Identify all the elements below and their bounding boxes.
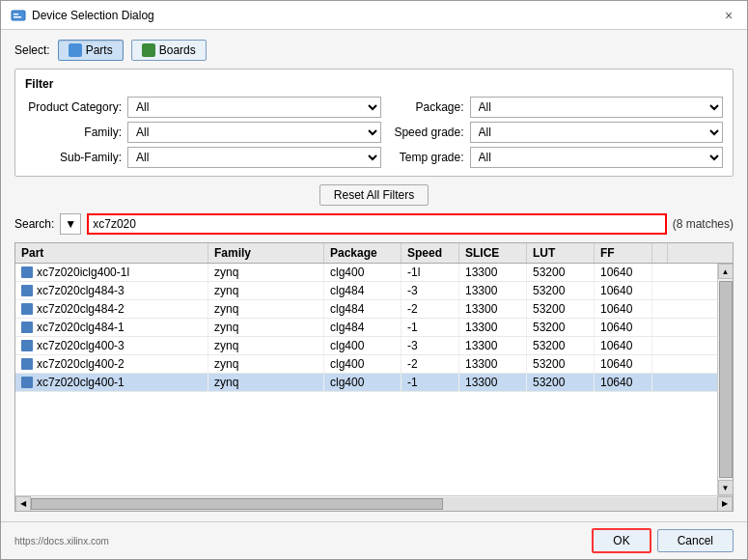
package-cell: clg400 bbox=[324, 355, 402, 373]
speed-grade-select[interactable]: All bbox=[470, 122, 724, 143]
table-row[interactable]: xc7z020clg484-1zynqclg484-11330053200106… bbox=[15, 319, 717, 337]
speed-cell: -3 bbox=[402, 282, 459, 299]
dialog-body: Select: Parts Boards Filter Product Cate… bbox=[1, 30, 747, 521]
lut-cell: 53200 bbox=[527, 282, 595, 299]
filter-title: Filter bbox=[25, 77, 723, 91]
family-cell: zynq bbox=[208, 319, 324, 336]
col-slice: SLICE bbox=[459, 243, 527, 263]
package-cell: clg484 bbox=[324, 319, 402, 336]
parts-label: Parts bbox=[86, 43, 113, 57]
slice-cell: 13300 bbox=[459, 282, 527, 299]
close-button[interactable]: × bbox=[720, 7, 737, 24]
ff-cell: 10640 bbox=[595, 300, 652, 318]
vertical-scrollbar[interactable]: ▲ ▼ bbox=[717, 264, 733, 495]
boards-icon bbox=[142, 43, 155, 57]
part-name: xc7z020iclg400-1l bbox=[37, 266, 129, 279]
table-container: Part Family Package Speed SLICE LUT FF x… bbox=[14, 242, 734, 512]
col-scroll-space bbox=[652, 243, 668, 263]
package-cell: clg400 bbox=[324, 264, 402, 281]
chevron-down-icon: ▼ bbox=[65, 217, 76, 231]
parts-icon bbox=[69, 43, 82, 57]
package-label: Package: bbox=[387, 100, 464, 114]
search-input[interactable] bbox=[87, 213, 666, 235]
table-wrapper: Part Family Package Speed SLICE LUT FF x… bbox=[15, 243, 733, 511]
table-header: Part Family Package Speed SLICE LUT FF bbox=[15, 243, 733, 264]
part-name: xc7z020clg484-2 bbox=[37, 302, 125, 316]
part-cell: xc7z020clg400-3 bbox=[15, 337, 208, 354]
table-row[interactable]: xc7z020clg484-2zynqclg484-21330053200106… bbox=[15, 300, 717, 319]
part-name: xc7z020clg400-1 bbox=[37, 376, 125, 389]
family-cell: zynq bbox=[208, 300, 324, 318]
scroll-up-arrow[interactable]: ▲ bbox=[718, 264, 734, 279]
temp-grade-label: Temp grade: bbox=[387, 151, 464, 164]
part-name: xc7z020clg400-3 bbox=[37, 339, 125, 352]
horizontal-scrollbar[interactable]: ◀ ▶ bbox=[15, 495, 733, 511]
part-name: xc7z020clg400-2 bbox=[37, 357, 125, 371]
dialog-title: Device Selection Dialog bbox=[32, 9, 154, 22]
lut-cell: 53200 bbox=[527, 264, 595, 281]
reset-filters-button[interactable]: Reset All Filters bbox=[319, 184, 429, 206]
speed-cell: -1l bbox=[402, 264, 459, 281]
boards-label: Boards bbox=[159, 43, 196, 57]
search-row: Search: ▼ (8 matches) bbox=[14, 213, 734, 235]
scroll-thumb[interactable] bbox=[719, 281, 733, 478]
table-body-wrapper: xc7z020iclg400-1lzynqclg400-1l1330053200… bbox=[15, 264, 733, 495]
lut-cell: 53200 bbox=[527, 337, 595, 354]
h-scroll-thumb[interactable] bbox=[31, 498, 443, 510]
lut-cell: 53200 bbox=[527, 374, 595, 391]
product-category-select[interactable]: All bbox=[127, 97, 381, 118]
scroll-left-arrow[interactable]: ◀ bbox=[15, 496, 31, 512]
sub-family-select[interactable]: All bbox=[127, 147, 381, 168]
part-cell: xc7z020clg484-2 bbox=[15, 300, 208, 318]
ff-cell: 10640 bbox=[595, 319, 652, 336]
title-bar: Device Selection Dialog × bbox=[1, 1, 747, 30]
slice-cell: 13300 bbox=[459, 300, 527, 318]
ff-cell: 10640 bbox=[595, 264, 652, 281]
part-cell: xc7z020iclg400-1l bbox=[15, 264, 208, 281]
family-cell: zynq bbox=[208, 355, 324, 373]
package-select[interactable]: All bbox=[470, 97, 724, 118]
family-cell: zynq bbox=[208, 282, 324, 299]
package-cell: clg484 bbox=[324, 282, 402, 299]
title-bar-left: Device Selection Dialog bbox=[11, 8, 154, 23]
speed-cell: -1 bbox=[402, 374, 459, 391]
lut-cell: 53200 bbox=[527, 355, 595, 373]
product-category-label: Product Category: bbox=[25, 100, 122, 114]
table-body: xc7z020iclg400-1lzynqclg400-1l1330053200… bbox=[15, 264, 717, 495]
family-select[interactable]: All bbox=[127, 122, 381, 143]
part-cell: xc7z020clg484-1 bbox=[15, 319, 208, 336]
table-row[interactable]: xc7z020clg484-3zynqclg484-31330053200106… bbox=[15, 282, 717, 300]
ff-cell: 10640 bbox=[595, 282, 652, 299]
lut-cell: 53200 bbox=[527, 300, 595, 318]
search-dropdown[interactable]: ▼ bbox=[60, 213, 81, 235]
scroll-right-arrow[interactable]: ▶ bbox=[717, 496, 733, 512]
col-package: Package bbox=[324, 243, 402, 263]
row-icon bbox=[21, 322, 33, 333]
part-name: xc7z020clg484-1 bbox=[37, 321, 125, 334]
dialog-footer: https://docs.xilinx.com OK Cancel bbox=[1, 521, 747, 559]
slice-cell: 13300 bbox=[459, 355, 527, 373]
parts-tab[interactable]: Parts bbox=[58, 40, 124, 61]
part-cell: xc7z020clg400-1 bbox=[15, 374, 208, 391]
part-cell: xc7z020clg484-3 bbox=[15, 282, 208, 299]
search-label: Search: bbox=[14, 217, 54, 231]
part-cell: xc7z020clg400-2 bbox=[15, 355, 208, 373]
boards-tab[interactable]: Boards bbox=[131, 40, 207, 61]
status-url: https://docs.xilinx.com bbox=[14, 536, 586, 546]
scroll-down-arrow[interactable]: ▼ bbox=[718, 480, 734, 495]
temp-grade-select[interactable]: All bbox=[470, 147, 724, 168]
col-speed: Speed bbox=[402, 243, 459, 263]
col-family: Family bbox=[208, 243, 324, 263]
table-row[interactable]: xc7z020clg400-1zynqclg400-11330053200106… bbox=[15, 374, 717, 392]
speed-grade-label: Speed grade: bbox=[387, 126, 464, 139]
cancel-button[interactable]: Cancel bbox=[657, 529, 734, 552]
filter-box: Filter Product Category: All Package: Al… bbox=[14, 69, 734, 177]
ff-cell: 10640 bbox=[595, 355, 652, 373]
table-row[interactable]: xc7z020iclg400-1lzynqclg400-1l1330053200… bbox=[15, 264, 717, 282]
lut-cell: 53200 bbox=[527, 319, 595, 336]
ok-button[interactable]: OK bbox=[592, 528, 651, 553]
ff-cell: 10640 bbox=[595, 337, 652, 354]
table-row[interactable]: xc7z020clg400-2zynqclg400-21330053200106… bbox=[15, 355, 717, 374]
table-row[interactable]: xc7z020clg400-3zynqclg400-31330053200106… bbox=[15, 337, 717, 355]
row-icon bbox=[21, 340, 33, 351]
